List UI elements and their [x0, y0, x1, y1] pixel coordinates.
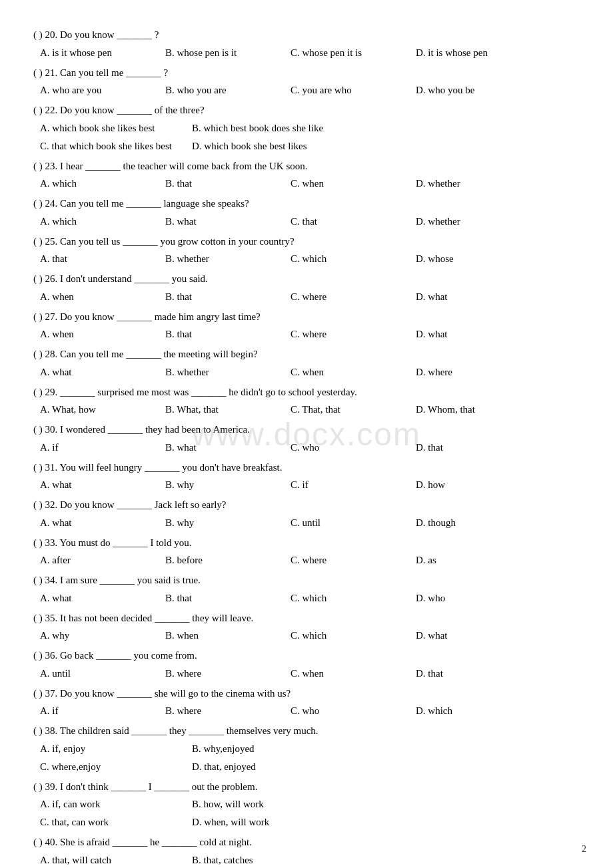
- question-text-q21: ( ) 21. Can you tell me _______ ?: [33, 65, 580, 82]
- option-q34-1: B. that: [165, 589, 285, 607]
- question-block-q22: ( ) 22. Do you know _______ of the three…: [33, 102, 580, 155]
- option-q27-1: B. that: [165, 325, 285, 343]
- question-text-q24: ( ) 24. Can you tell me _______ language…: [33, 195, 580, 213]
- options-line-q24: A. whichB. whatC. thatD. whether: [33, 213, 580, 231]
- option-q33-1: B. before: [165, 551, 285, 569]
- question-text-q32: ( ) 32. Do you know _______ Jack left so…: [33, 497, 580, 514]
- option-q37-1: B. where: [165, 702, 285, 720]
- options-line-q33: A. afterB. beforeC. whereD. as: [33, 551, 580, 569]
- option-q31-2: C. if: [291, 476, 410, 494]
- options-line-q32: A. whatB. whyC. untilD. though: [33, 514, 580, 532]
- option-q22-0: A. which book she likes best: [40, 119, 187, 137]
- option-q26-0: A. when: [40, 288, 160, 306]
- option-q32-1: B. why: [165, 514, 285, 532]
- question-block-q40: ( ) 40. She is afraid _______ he _______…: [33, 834, 580, 868]
- question-block-q37: ( ) 37. Do you know _______ she will go …: [33, 685, 580, 721]
- option-q21-1: B. who you are: [165, 81, 285, 99]
- option-q36-3: D. that: [416, 665, 536, 683]
- question-text-q38: ( ) 38. The children said _______ they _…: [33, 723, 580, 740]
- options-line-q38: A. if, enjoyB. why,enjoyedC. where,enjoy…: [33, 740, 580, 776]
- option-q23-2: C. when: [291, 175, 410, 193]
- option-q26-3: D. what: [416, 288, 536, 306]
- question-text-q37: ( ) 37. Do you know _______ she will go …: [33, 685, 580, 703]
- option-q31-3: D. how: [416, 476, 536, 494]
- question-block-q23: ( ) 23. I hear _______ the teacher will …: [33, 158, 580, 193]
- option-q31-1: B. why: [165, 476, 285, 494]
- options-line-q27: A. whenB. thatC. whereD. what: [33, 325, 580, 343]
- question-text-q30: ( ) 30. I wondered _______ they had been…: [33, 421, 580, 439]
- option-q35-0: A. why: [40, 627, 160, 645]
- question-block-q31: ( ) 31. You will feel hungry _______ you…: [33, 459, 580, 495]
- question-block-q35: ( ) 35. It has not been decided _______ …: [33, 610, 580, 645]
- option-q32-2: C. until: [291, 514, 410, 532]
- option-q21-0: A. who are you: [40, 81, 160, 99]
- option-q24-0: A. which: [40, 213, 160, 231]
- question-text-q27: ( ) 27. Do you know _______ made him ang…: [33, 309, 580, 326]
- option-q20-0: A. is it whose pen: [40, 44, 160, 62]
- option-q36-1: B. where: [165, 665, 285, 683]
- option-q32-0: A. what: [40, 514, 160, 532]
- option-q27-0: A. when: [40, 325, 160, 343]
- option-q29-0: A. What, how: [40, 401, 160, 419]
- option-q35-1: B. when: [165, 627, 285, 645]
- options-line-q23: A. whichB. thatC. whenD. whether: [33, 175, 580, 193]
- option-q30-3: D. that: [416, 439, 536, 457]
- question-text-q28: ( ) 28. Can you tell me _______ the meet…: [33, 346, 580, 363]
- question-block-q38: ( ) 38. The children said _______ they _…: [33, 723, 580, 776]
- option-q34-0: A. what: [40, 589, 160, 607]
- question-text-q34: ( ) 34. I am sure _______ you said is tr…: [33, 572, 580, 589]
- question-block-q34: ( ) 34. I am sure _______ you said is tr…: [33, 572, 580, 607]
- option-q22-1: B. which best book does she like: [192, 119, 338, 137]
- options-line-q25: A. thatB. whetherC. whichD. whose: [33, 250, 580, 268]
- question-block-q32: ( ) 32. Do you know _______ Jack left so…: [33, 497, 580, 532]
- option-q23-0: A. which: [40, 175, 160, 193]
- question-block-q26: ( ) 26. I don't understand _______ you s…: [33, 271, 580, 306]
- option-q40-0: A. that, will catch: [40, 851, 187, 869]
- option-q36-0: A. until: [40, 665, 160, 683]
- option-q20-1: B. whose pen is it: [165, 44, 285, 62]
- option-q38-2: C. where,enjoy: [40, 758, 187, 776]
- option-q30-2: C. who: [291, 439, 410, 457]
- option-q21-3: D. who you be: [416, 81, 536, 99]
- question-text-q36: ( ) 36. Go back _______ you come from.: [33, 647, 580, 665]
- option-q34-2: C. which: [291, 589, 410, 607]
- question-text-q23: ( ) 23. I hear _______ the teacher will …: [33, 158, 580, 175]
- question-block-q29: ( ) 29. _______ surprised me most was __…: [33, 384, 580, 419]
- options-line-q26: A. whenB. thatC. whereD. what: [33, 288, 580, 306]
- option-q24-3: D. whether: [416, 213, 536, 231]
- option-q33-3: D. as: [416, 551, 536, 569]
- options-line-q35: A. whyB. whenC. whichD. what: [33, 627, 580, 645]
- options-line-q36: A. untilB. whereC. whenD. that: [33, 665, 580, 683]
- option-q40-1: B. that, catches: [192, 851, 338, 869]
- options-line-q37: A. ifB. whereC. whoD. which: [33, 702, 580, 720]
- option-q29-1: B. What, that: [165, 401, 285, 419]
- question-text-q35: ( ) 35. It has not been decided _______ …: [33, 610, 580, 627]
- option-q31-0: A. what: [40, 476, 160, 494]
- option-q33-2: C. where: [291, 551, 410, 569]
- option-q27-3: D. what: [416, 325, 536, 343]
- option-q25-1: B. whether: [165, 250, 285, 268]
- option-q21-2: C. you are who: [291, 81, 410, 99]
- page-number: 2: [582, 844, 586, 855]
- option-q36-2: C. when: [291, 665, 410, 683]
- options-line-q40: A. that, will catchB. that, catchesC. wh…: [33, 851, 580, 869]
- options-line-q28: A. whatB. whetherC. whenD. where: [33, 363, 580, 381]
- option-q37-0: A. if: [40, 702, 160, 720]
- question-block-q33: ( ) 33. You must do _______ I told you.A…: [33, 535, 580, 570]
- option-q39-1: B. how, will work: [192, 795, 338, 813]
- option-q28-2: C. when: [291, 363, 410, 381]
- option-q20-2: C. whose pen it is: [291, 44, 410, 62]
- option-q38-1: B. why,enjoyed: [192, 740, 338, 758]
- option-q25-2: C. which: [291, 250, 410, 268]
- option-q39-3: D. when, will work: [192, 813, 338, 831]
- question-text-q20: ( ) 20. Do you know _______ ?: [33, 27, 580, 44]
- option-q29-3: D. Whom, that: [416, 401, 536, 419]
- option-q38-0: A. if, enjoy: [40, 740, 187, 758]
- question-block-q21: ( ) 21. Can you tell me _______ ?A. who …: [33, 65, 580, 100]
- option-q25-0: A. that: [40, 250, 160, 268]
- question-block-q24: ( ) 24. Can you tell me _______ language…: [33, 195, 580, 231]
- option-q37-2: C. who: [291, 702, 410, 720]
- options-line-q34: A. whatB. thatC. whichD. who: [33, 589, 580, 607]
- option-q22-3: D. which book she best likes: [192, 137, 338, 155]
- options-line-q39: A. if, can workB. how, will workC. that,…: [33, 795, 580, 831]
